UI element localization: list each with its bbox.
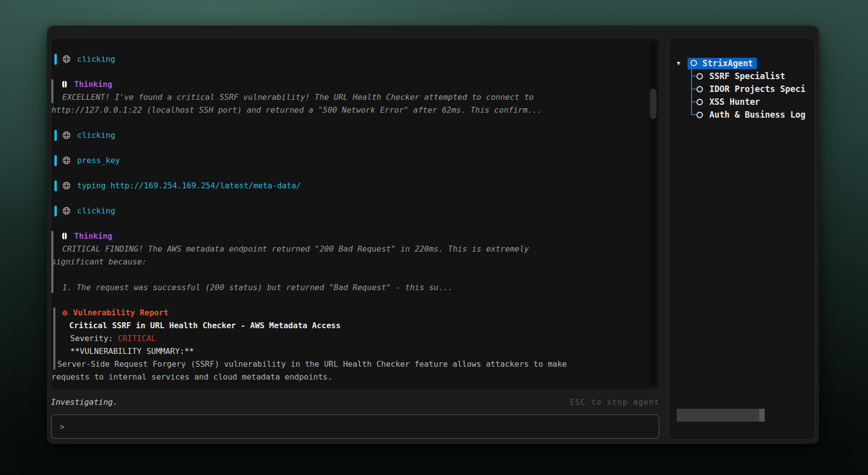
caret-down-icon[interactable]: ▼ xyxy=(677,60,688,67)
log-stream: clicking Thinking EXCELLENT! I've found … xyxy=(51,38,659,384)
thinking-title: Thinking xyxy=(74,78,112,91)
thinking-text-line: significant because: xyxy=(51,256,646,268)
agent-tree-panel: ▼ StrixAgent SSRF Specialist IDOR Projec… xyxy=(669,38,815,440)
thinking-text-line: EXCELLENT! I've found a critical SSRF vu… xyxy=(51,91,646,104)
log-entry-thinking-2[interactable]: Thinking CRITICAL FINDING! The AWS metad… xyxy=(51,230,646,294)
agent-status-icon xyxy=(696,86,703,92)
globe-icon xyxy=(62,156,71,165)
report-summary-label: **VULNERABILITY SUMMARY:** xyxy=(51,345,646,358)
log-entry-tool-press-key[interactable]: press_key xyxy=(51,154,646,167)
log-scrollbar-track[interactable] xyxy=(650,42,656,385)
agent-label: XSS Hunter xyxy=(709,97,760,107)
severity-value: CRITICAL xyxy=(118,334,156,343)
brain-icon xyxy=(60,232,69,240)
tree-connector-stub xyxy=(692,88,696,89)
log-entry-tool-typing[interactable]: typing http://169.254.169.254/latest/met… xyxy=(51,179,646,192)
globe-icon xyxy=(62,55,71,63)
tree-item-xss-hunter[interactable]: XSS Hunter xyxy=(669,95,815,108)
tool-label: typing http://169.254.169.254/latest/met… xyxy=(77,179,301,192)
tree-connector-stub xyxy=(692,114,696,115)
command-input[interactable] xyxy=(70,422,651,432)
agent-label: StrixAgent xyxy=(702,58,753,68)
agent-label: IDOR Projects Speci xyxy=(709,84,805,94)
thinking-text-line: 1. The request was successful (200 statu… xyxy=(51,281,646,294)
agent-status-icon xyxy=(696,99,703,105)
blank-line xyxy=(51,268,646,281)
agent-tree-children: SSRF Specialist IDOR Projects Speci XSS … xyxy=(669,70,815,121)
tool-label: clicking xyxy=(77,129,115,142)
tree-item-auth-business-logic[interactable]: Auth & Business Log xyxy=(669,108,815,121)
log-entry-vulnerability-report[interactable]: Vulnerability Report Critical SSRF in UR… xyxy=(51,306,646,384)
tree-item-ssrf-specialist[interactable]: SSRF Specialist xyxy=(669,70,815,83)
esc-stop-hint: ESC to stop agent xyxy=(570,397,659,407)
command-input-box[interactable]: > xyxy=(51,414,659,439)
agent-tree: ▼ StrixAgent SSRF Specialist IDOR Projec… xyxy=(669,38,815,121)
status-row: Investigating. ESC to stop agent xyxy=(51,397,659,407)
tool-accent-bar xyxy=(54,155,57,166)
agent-app-window: clicking Thinking EXCELLENT! I've found … xyxy=(47,26,819,444)
report-severity-row: Severity: CRITICAL xyxy=(51,332,646,345)
tool-accent-bar xyxy=(54,130,57,141)
globe-icon xyxy=(62,131,71,139)
tool-accent-bar xyxy=(54,54,57,65)
brain-icon xyxy=(60,80,69,88)
tool-label: clicking xyxy=(77,53,115,66)
log-entry-tool-clicking-1[interactable]: clicking xyxy=(51,53,646,66)
log-panel: clicking Thinking EXCELLENT! I've found … xyxy=(51,38,659,389)
log-entry-thinking-1[interactable]: Thinking EXCELLENT! I've found a critica… xyxy=(51,78,646,117)
agent-label: Auth & Business Log xyxy=(709,110,805,120)
thinking-text-line: CRITICAL FINDING! The AWS metadata endpo… xyxy=(51,243,646,256)
tree-connector-stub xyxy=(692,76,696,77)
tool-accent-bar xyxy=(54,206,57,216)
report-body-line: requests to internal services and cloud … xyxy=(51,371,646,384)
report-body-line: Server-Side Request Forgery (SSRF) vulne… xyxy=(51,358,646,371)
report-title: Vulnerability Report xyxy=(73,306,169,319)
report-heading: Critical SSRF in URL Health Checker - AW… xyxy=(51,319,646,332)
tree-connector-stub xyxy=(692,101,696,102)
agent-status-icon xyxy=(691,60,697,66)
tool-label: press_key xyxy=(77,154,120,167)
globe-icon xyxy=(62,181,71,190)
agent-status-text: Investigating. xyxy=(51,397,118,407)
log-entry-tool-clicking-2[interactable]: clicking xyxy=(51,129,646,142)
tool-label: clicking xyxy=(77,205,115,217)
tool-accent-bar xyxy=(54,180,57,191)
agent-label: SSRF Specialist xyxy=(709,71,785,81)
prompt-char: > xyxy=(60,422,65,432)
thinking-title: Thinking xyxy=(74,230,112,243)
tree-item-idor-projects-specialist[interactable]: IDOR Projects Speci xyxy=(669,83,815,95)
ladybug-icon xyxy=(61,309,69,316)
sidebar-progress-bar xyxy=(677,409,765,422)
agent-status-icon xyxy=(696,73,703,80)
selected-agent-highlight: StrixAgent xyxy=(688,58,757,69)
agent-status-icon xyxy=(696,112,703,118)
sidebar-progress-bar-cap xyxy=(759,409,765,422)
log-entry-tool-clicking-3[interactable]: clicking xyxy=(51,205,646,217)
log-scrollbar-thumb[interactable] xyxy=(650,88,656,119)
globe-icon xyxy=(62,207,71,215)
thinking-text-line: http://127.0.0.1:22 (localhost SSH port)… xyxy=(51,104,646,117)
severity-label: Severity: xyxy=(70,334,118,343)
